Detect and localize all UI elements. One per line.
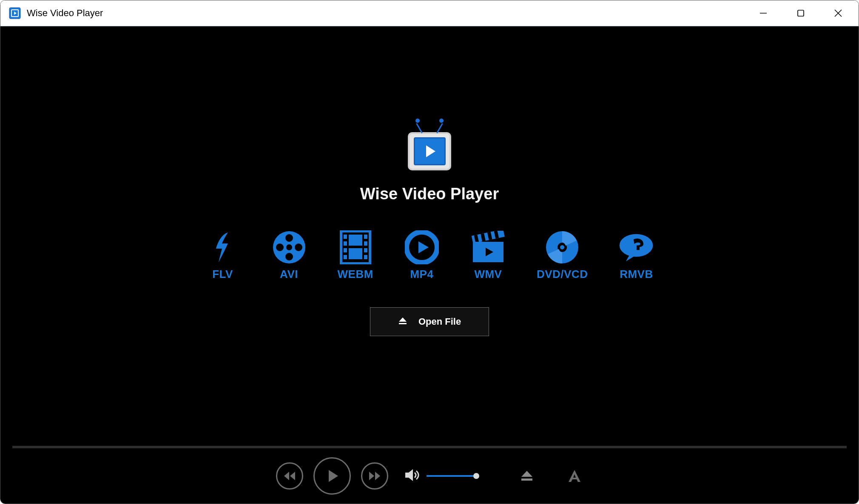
format-dvd: DVD/VCD xyxy=(537,230,588,281)
open-file-button[interactable]: Open File xyxy=(370,307,489,336)
text-a-icon xyxy=(567,468,582,484)
play-icon xyxy=(324,468,340,484)
app-icon xyxy=(9,7,21,19)
forward-icon xyxy=(368,471,381,481)
playback-controls xyxy=(0,448,859,504)
svg-point-13 xyxy=(295,244,302,251)
svg-rect-18 xyxy=(344,255,347,259)
rewind-icon xyxy=(283,471,296,481)
svg-marker-43 xyxy=(369,472,374,480)
svg-point-11 xyxy=(285,253,293,260)
svg-marker-42 xyxy=(329,470,338,482)
open-file-label: Open File xyxy=(418,316,461,327)
svg-marker-41 xyxy=(290,472,295,480)
svg-rect-39 xyxy=(399,323,407,324)
format-label: WMV xyxy=(474,268,502,281)
volume-icon[interactable] xyxy=(404,468,420,484)
svg-rect-5 xyxy=(798,10,804,16)
svg-rect-19 xyxy=(364,235,367,239)
welcome-area: Wise Video Player FLV xyxy=(0,26,859,446)
right-controls xyxy=(518,467,583,484)
flash-icon xyxy=(205,230,241,264)
app-name-label: Wise Video Player xyxy=(360,185,499,203)
svg-marker-44 xyxy=(375,472,380,480)
svg-rect-16 xyxy=(344,241,347,246)
maximize-button[interactable] xyxy=(782,0,819,26)
play-button[interactable] xyxy=(313,457,351,495)
svg-marker-26 xyxy=(418,241,429,253)
eject-icon xyxy=(398,316,407,327)
svg-rect-22 xyxy=(364,255,367,259)
app-window: Wise Video Player xyxy=(0,0,859,504)
format-label: AVI xyxy=(280,268,298,281)
minimize-button[interactable] xyxy=(745,0,782,26)
volume-slider[interactable] xyxy=(427,475,476,477)
svg-rect-17 xyxy=(344,248,347,252)
svg-rect-21 xyxy=(364,248,367,252)
format-label: FLV xyxy=(212,268,233,281)
svg-point-9 xyxy=(286,244,292,250)
center-controls xyxy=(276,457,476,495)
disc-icon xyxy=(544,230,580,264)
eject-icon xyxy=(521,470,533,482)
reel-icon xyxy=(271,230,307,264)
filmstrip-icon xyxy=(338,230,373,264)
window-controls xyxy=(745,0,857,26)
format-label: RMVB xyxy=(620,268,653,281)
rewind-button[interactable] xyxy=(276,462,303,490)
format-label: DVD/VCD xyxy=(537,268,588,281)
format-webm: WEBM xyxy=(338,230,373,281)
clapper-icon xyxy=(470,230,506,264)
window-title: Wise Video Player xyxy=(27,8,745,19)
volume-control xyxy=(404,468,476,484)
format-label: WEBM xyxy=(338,268,373,281)
tv-logo-icon xyxy=(408,119,451,170)
format-mp4: MP4 xyxy=(404,230,440,281)
svg-marker-45 xyxy=(405,469,413,481)
svg-marker-38 xyxy=(399,317,407,322)
eject-button[interactable] xyxy=(518,467,535,484)
svg-marker-40 xyxy=(284,472,289,480)
play-circle-icon xyxy=(404,230,440,264)
forward-button[interactable] xyxy=(361,462,388,490)
svg-rect-15 xyxy=(344,235,347,239)
format-avi: AVI xyxy=(271,230,307,281)
volume-thumb[interactable] xyxy=(473,473,479,479)
svg-point-12 xyxy=(276,244,284,251)
svg-point-37 xyxy=(620,234,653,257)
format-wmv: WMV xyxy=(470,230,506,281)
format-flv: FLV xyxy=(205,230,241,281)
close-button[interactable] xyxy=(819,0,857,26)
svg-rect-24 xyxy=(349,248,362,259)
svg-rect-47 xyxy=(521,479,532,481)
svg-rect-23 xyxy=(349,235,362,246)
svg-rect-20 xyxy=(364,241,367,246)
rmvb-icon xyxy=(618,230,654,264)
format-rmvb: RMVB xyxy=(618,230,654,281)
player-area: Wise Video Player FLV xyxy=(0,26,859,504)
app-logo: Wise Video Player xyxy=(360,119,499,203)
titlebar: Wise Video Player xyxy=(0,0,859,26)
subtitle-button[interactable] xyxy=(566,467,583,484)
svg-marker-46 xyxy=(521,471,532,477)
svg-point-36 xyxy=(560,245,564,249)
svg-point-10 xyxy=(285,234,293,242)
format-list: FLV AVI xyxy=(205,230,654,281)
format-label: MP4 xyxy=(410,268,433,281)
